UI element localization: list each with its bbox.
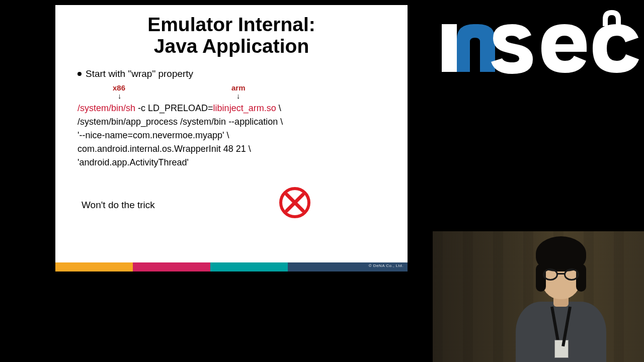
cmd-line-3: '--nice-name=com.nevermoe.myapp' \ [77,129,390,142]
speaker-silhouette [508,251,614,362]
cmd-path-sh: /system/bin/sh [77,103,135,113]
footer-stripe [133,262,210,272]
footer-stripe [55,262,133,272]
cmd-cont: \ [276,103,281,113]
bullet-wrap-property: Start with "wrap" property [77,68,390,79]
arch-labels: x86 ↓ arm ↓ [77,83,390,101]
slide-title: Emulator Internal: Java Application [55,5,408,57]
slide-body: Start with "wrap" property x86 ↓ arm ↓ /… [55,57,408,211]
footer-stripe [210,262,288,272]
cmd-lib: libinject_arm.so [213,103,276,113]
cmd-mid: -c LD_PRELOAD= [135,103,213,113]
presentation-slide: Emulator Internal: Java Application Star… [55,5,408,272]
slide-title-line1: Emulator Internal: [55,14,408,36]
label-x86: x86 [113,83,125,92]
arrow-down-icon: ↓ [118,92,118,100]
svg-rect-3 [442,24,457,72]
rejected-cross-icon [279,187,311,219]
cmd-line-4: com.android.internal.os.WrapperInit 48 2… [77,142,390,156]
bullet-text: Won't do the trick [82,200,155,211]
slide-copyright: © DeNA Co., Ltd. [369,263,404,268]
label-arm: arm [231,83,246,92]
footer-stripe: © DeNA Co., Ltd. [288,262,408,272]
speaker-camera [433,231,644,362]
cmd-line-5: 'android.app.ActivityThread' [77,156,390,169]
cmd-line-1: /system/bin/sh -c LD_PRELOAD=libinject_a… [77,102,390,115]
video-frame: Emulator Internal: Java Application Star… [0,0,644,362]
conference-logo [438,4,639,79]
bullet-dot-icon [77,72,82,76]
cmd-line-2: /system/bin/app_process /system/bin --ap… [77,115,390,129]
bullet-row-2: Won't do the trick [77,200,390,211]
slide-title-line2: Java Application [55,36,408,57]
bullet-text: Start with "wrap" property [86,68,193,79]
arrow-down-icon: ↓ [236,92,237,100]
slide-footer-bar: © DeNA Co., Ltd. [55,262,408,272]
command-block: /system/bin/sh -c LD_PRELOAD=libinject_a… [77,102,390,169]
bullet-wont-do: Won't do the trick [77,200,390,211]
